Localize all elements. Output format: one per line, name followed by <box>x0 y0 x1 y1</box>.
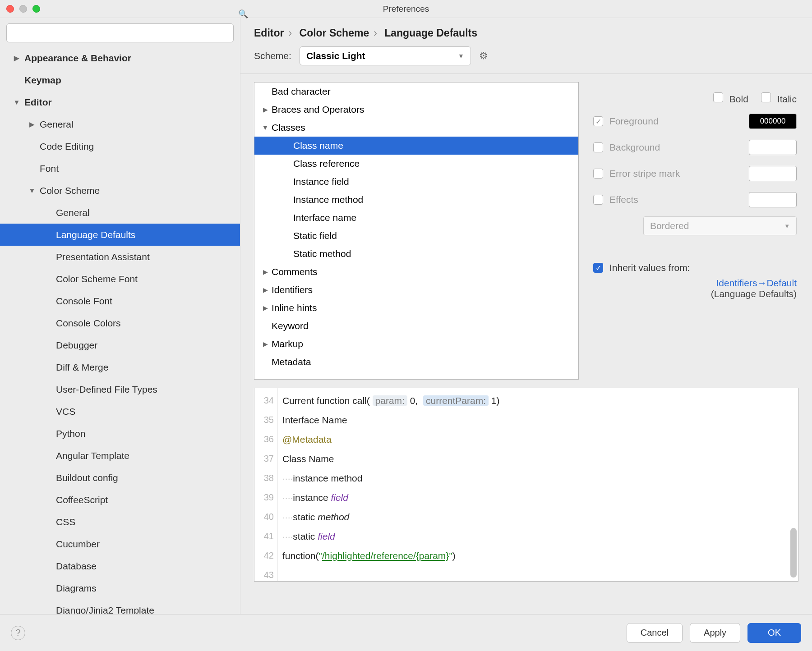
chevron-down-icon: ▼ <box>458 52 464 60</box>
code-area: Current function call( param: 0, current… <box>278 388 798 581</box>
attribute-item[interactable]: Keyword <box>254 317 578 335</box>
titlebar: Preferences <box>0 0 812 18</box>
cancel-button[interactable]: Cancel <box>627 623 683 643</box>
gear-icon[interactable]: ⚙ <box>479 50 488 62</box>
attribute-item[interactable]: ▼Classes <box>254 119 578 137</box>
ok-button[interactable]: OK <box>747 623 801 643</box>
scrollbar-thumb[interactable] <box>790 528 797 578</box>
tree-item[interactable]: Diagrams <box>0 577 240 599</box>
attribute-item[interactable]: ▶Inline hints <box>254 299 578 317</box>
footer: ? Cancel Apply OK <box>0 614 812 651</box>
attribute-item[interactable]: ▶Braces and Operators <box>254 101 578 119</box>
attribute-item[interactable]: Instance field <box>254 173 578 191</box>
errorstripe-checkbox[interactable] <box>593 169 603 179</box>
bold-checkbox[interactable] <box>713 92 723 102</box>
tree-item[interactable]: Python <box>0 422 240 445</box>
close-icon[interactable] <box>6 5 14 13</box>
tree-item[interactable]: Language Defaults <box>0 224 240 246</box>
scheme-label: Scheme: <box>254 50 291 61</box>
tree-item[interactable]: Font <box>0 157 240 179</box>
effects-swatch[interactable] <box>749 192 797 207</box>
tree-item[interactable]: Cucumber <box>0 533 240 555</box>
sidebar: 🔍 ▶Appearance & BehaviorKeymap▼Editor▶Ge… <box>0 18 240 614</box>
tree-item[interactable]: Database <box>0 555 240 577</box>
tree-item[interactable]: Buildout config <box>0 467 240 489</box>
inherit-checkbox[interactable] <box>593 263 603 273</box>
tree-item[interactable]: Angular Template <box>0 445 240 467</box>
attribute-item[interactable]: Static method <box>254 245 578 263</box>
attribute-list[interactable]: Bad character▶Braces and Operators▼Class… <box>254 82 579 380</box>
tree-item[interactable]: ▶General <box>0 113 240 135</box>
apply-button[interactable]: Apply <box>690 623 740 643</box>
scheme-select[interactable]: Classic Light ▼ <box>300 46 471 65</box>
errorstripe-swatch[interactable] <box>749 166 797 181</box>
help-icon[interactable]: ? <box>11 626 25 640</box>
search-input[interactable] <box>6 23 234 42</box>
attribute-item[interactable]: Instance method <box>254 191 578 209</box>
properties-panel: Bold Italic Foreground 000000 Background <box>593 82 798 380</box>
attribute-item[interactable]: ▶Comments <box>254 263 578 281</box>
tree-item[interactable]: Django/Jinja2 Template <box>0 599 240 614</box>
attribute-item[interactable]: Static field <box>254 227 578 245</box>
tree-item[interactable]: User-Defined File Types <box>0 378 240 400</box>
background-checkbox[interactable] <box>593 142 603 152</box>
minimize-icon <box>19 5 27 13</box>
zoom-icon[interactable] <box>32 5 40 13</box>
tree-item[interactable]: Console Font <box>0 290 240 312</box>
tree-item[interactable]: VCS <box>0 400 240 422</box>
window-title: Preferences <box>383 4 429 14</box>
tree-item[interactable]: Code Editing <box>0 135 240 157</box>
gutter: 34353637383940414243 <box>254 388 278 581</box>
tree-item[interactable]: Console Colors <box>0 312 240 334</box>
tree-item[interactable]: Keymap <box>0 69 240 91</box>
attribute-item[interactable]: Class reference <box>254 155 578 173</box>
tree-item[interactable]: CSS <box>0 511 240 533</box>
foreground-checkbox[interactable] <box>593 116 603 126</box>
foreground-swatch[interactable]: 000000 <box>749 114 797 129</box>
tree-item[interactable]: CoffeeScript <box>0 489 240 511</box>
search-icon: 🔍 <box>238 9 248 19</box>
attribute-item[interactable]: Class name <box>254 137 578 155</box>
tree-item[interactable]: General <box>0 202 240 224</box>
effects-checkbox[interactable] <box>593 195 603 205</box>
inherit-link[interactable]: Identifiers→Default <box>716 278 797 288</box>
breadcrumb: Editor› Color Scheme› Language Defaults <box>240 18 812 45</box>
attribute-item[interactable]: ▶Markup <box>254 335 578 353</box>
attribute-item[interactable]: Bad character <box>254 83 578 101</box>
background-swatch[interactable] <box>749 140 797 155</box>
window-controls <box>6 5 40 13</box>
attribute-item[interactable]: Metadata <box>254 353 578 371</box>
tree-item[interactable]: Diff & Merge <box>0 356 240 378</box>
attribute-item[interactable]: ▶Identifiers <box>254 281 578 299</box>
tree-item[interactable]: ▼Editor <box>0 91 240 113</box>
tree-item[interactable]: Color Scheme Font <box>0 268 240 290</box>
settings-tree[interactable]: ▶Appearance & BehaviorKeymap▼Editor▶Gene… <box>0 47 240 614</box>
tree-item[interactable]: Presentation Assistant <box>0 246 240 268</box>
tree-item[interactable]: Debugger <box>0 334 240 356</box>
inherit-sub: (Language Defaults) <box>711 289 797 299</box>
chevron-down-icon: ▼ <box>784 223 790 229</box>
effects-select[interactable]: Bordered▼ <box>643 216 797 235</box>
tree-item[interactable]: ▼Color Scheme <box>0 179 240 202</box>
code-preview[interactable]: 34353637383940414243 Current function ca… <box>254 388 798 582</box>
italic-checkbox[interactable] <box>761 92 771 102</box>
tree-item[interactable]: ▶Appearance & Behavior <box>0 47 240 69</box>
attribute-item[interactable]: Interface name <box>254 209 578 227</box>
